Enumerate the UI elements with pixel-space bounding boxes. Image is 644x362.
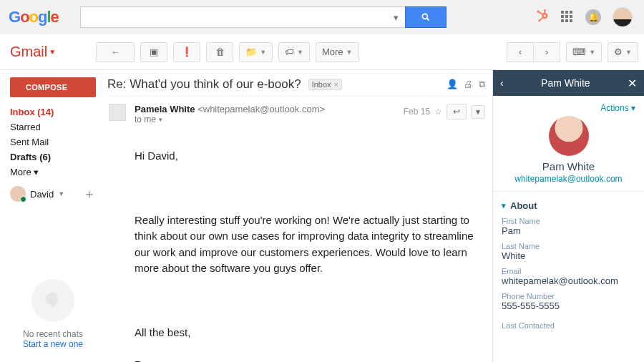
hubspot-icon[interactable] xyxy=(535,9,550,26)
search-icon xyxy=(421,12,431,22)
caret-down-icon: ▼ xyxy=(58,190,64,197)
svg-line-9 xyxy=(540,17,543,19)
caret-down-icon: ▼ xyxy=(589,49,595,56)
svg-line-1 xyxy=(426,18,429,20)
panel-title: Pam White xyxy=(504,77,628,89)
caret-down-icon: ▼ xyxy=(346,49,353,56)
search-dropdown-icon[interactable]: ▾ xyxy=(388,6,405,28)
print-icon[interactable]: 🖨 xyxy=(464,79,473,90)
apps-icon[interactable] xyxy=(561,11,574,24)
labels-button[interactable]: 🏷▼ xyxy=(278,42,310,62)
popout-icon[interactable]: ⧉ xyxy=(479,79,485,90)
profile-name: David xyxy=(30,189,54,200)
about-section-toggle[interactable]: ▾ About xyxy=(502,200,635,211)
caret-down-icon: ▼ xyxy=(297,49,303,56)
from-name: Pamela White xyxy=(135,104,195,114)
label-chip[interactable]: Inbox × xyxy=(308,79,342,90)
top-bar: Google ▾ 🔔 xyxy=(0,0,644,34)
search-box: ▾ xyxy=(80,6,447,28)
nav-drafts[interactable]: Drafts (6) xyxy=(10,150,96,165)
search-button[interactable] xyxy=(405,6,447,28)
message-body: Really interesting stuff you're working … xyxy=(135,212,485,277)
chat-profile[interactable]: David ▼ ＋ xyxy=(10,185,96,202)
start-chat-link[interactable]: Start a new one xyxy=(10,339,96,349)
caret-down-icon: ▼ xyxy=(49,48,56,56)
from-address: <whitepamelak@outlook.com> xyxy=(197,104,325,114)
svg-line-7 xyxy=(539,12,543,14)
field-email: whitepamelak@outlook.com xyxy=(502,275,635,286)
gmail-label[interactable]: Gmail ▼ xyxy=(10,44,59,60)
hubspot-panel: ‹ Pam White ✕ Actions ▾ Pam White whitep… xyxy=(492,70,644,362)
nav-inbox[interactable]: Inbox (14) xyxy=(10,104,96,119)
to-line: to me xyxy=(135,114,156,124)
field-label-phone: Phone Number xyxy=(502,292,635,300)
field-label-lastname: Last Name xyxy=(502,242,635,250)
message: Pamela White <whitepamelak@outlook.com> … xyxy=(107,96,485,362)
nav-starred[interactable]: Starred xyxy=(10,119,96,134)
nav-more[interactable]: More ▾ xyxy=(10,165,96,180)
field-label-email: Email xyxy=(502,267,635,275)
panel-close-icon[interactable]: ✕ xyxy=(628,77,637,90)
star-icon[interactable]: ☆ xyxy=(434,107,442,117)
caret-down-icon: ▼ xyxy=(625,49,632,56)
input-tools-button[interactable]: ⌨▼ xyxy=(566,42,602,62)
action-bar: Gmail ▼ ← ▣ ❗ 🗑 📁▼ 🏷▼ More▼ ‹ › ⌨▼ ⚙▼ xyxy=(0,34,644,70)
sender-avatar xyxy=(109,104,126,121)
settings-button[interactable]: ⚙▼ xyxy=(608,42,638,62)
more-button[interactable]: More▼ xyxy=(316,42,359,62)
nav-links: Inbox (14) Starred Sent Mail Drafts (6) … xyxy=(10,104,96,180)
moveto-button[interactable]: 📁▼ xyxy=(239,42,273,62)
message-signature: Pam xyxy=(135,357,485,362)
spam-icon: ❗ xyxy=(181,47,192,57)
remove-label-icon[interactable]: × xyxy=(334,80,338,89)
field-lastname: White xyxy=(502,250,635,261)
message-closing: All the best, xyxy=(135,325,485,341)
back-arrow-icon: ← xyxy=(111,47,120,57)
message-date: Feb 15 xyxy=(404,107,430,117)
nav-sent[interactable]: Sent Mail xyxy=(10,134,96,150)
label-icon: 🏷 xyxy=(285,47,294,57)
hangouts-area: No recent chats Start a new one xyxy=(10,272,96,362)
profile-avatar xyxy=(10,186,26,202)
field-firstname: Pam xyxy=(502,225,635,236)
thread-view: Re: What'd you think of our e-book? Inbo… xyxy=(100,70,492,362)
chevron-down-icon: ▾ xyxy=(502,201,506,210)
label-text: Inbox xyxy=(312,80,331,89)
field-phone: 555-555-5555 xyxy=(502,300,635,311)
hangouts-icon xyxy=(31,279,74,322)
search-input[interactable] xyxy=(80,6,388,28)
thread-subject: Re: What'd you think of our e-book? xyxy=(107,77,301,92)
prev-button[interactable]: ‹ xyxy=(507,42,534,62)
gmail-text: Gmail xyxy=(10,44,47,60)
actions-link[interactable]: Actions ▾ xyxy=(600,103,635,113)
compose-button[interactable]: COMPOSE xyxy=(10,77,96,97)
archive-icon: ▣ xyxy=(150,47,158,57)
google-logo[interactable]: Google xyxy=(7,8,67,26)
spam-button[interactable]: ❗ xyxy=(173,42,200,62)
sidebar: COMPOSE Inbox (14) Starred Sent Mail Dra… xyxy=(0,70,100,362)
field-label-lastcontacted: Last Contacted xyxy=(502,321,635,330)
next-button[interactable]: › xyxy=(533,42,560,62)
reply-menu-button[interactable]: ▼ xyxy=(471,105,485,119)
contact-name: Pam White xyxy=(502,160,635,172)
about-heading: About xyxy=(510,200,537,211)
reply-button[interactable]: ↩ xyxy=(447,104,467,119)
trash-icon: 🗑 xyxy=(215,47,225,57)
svg-point-0 xyxy=(422,14,427,19)
more-label: More xyxy=(322,47,343,57)
people-icon[interactable]: 👤 xyxy=(447,79,458,90)
contact-email[interactable]: whitepamelak@outlook.com xyxy=(502,174,635,184)
field-label-firstname: First Name xyxy=(502,217,635,225)
svg-point-3 xyxy=(544,14,546,16)
gear-icon: ⚙ xyxy=(614,47,623,57)
details-toggle-icon[interactable]: ▾ xyxy=(159,116,162,123)
back-button[interactable]: ← xyxy=(96,42,135,62)
pager: ‹ › xyxy=(507,42,560,62)
panel-header: ‹ Pam White ✕ xyxy=(493,70,644,96)
delete-button[interactable]: 🗑 xyxy=(206,42,233,62)
notifications-icon[interactable]: 🔔 xyxy=(585,9,601,25)
message-greeting: Hi David, xyxy=(135,148,485,165)
account-avatar[interactable] xyxy=(613,7,633,27)
archive-button[interactable]: ▣ xyxy=(140,42,167,62)
new-chat-icon[interactable]: ＋ xyxy=(83,185,96,202)
